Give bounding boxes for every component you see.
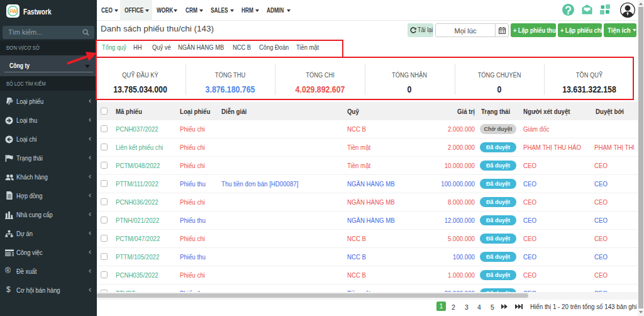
- svg-text:FW: FW: [9, 8, 18, 14]
